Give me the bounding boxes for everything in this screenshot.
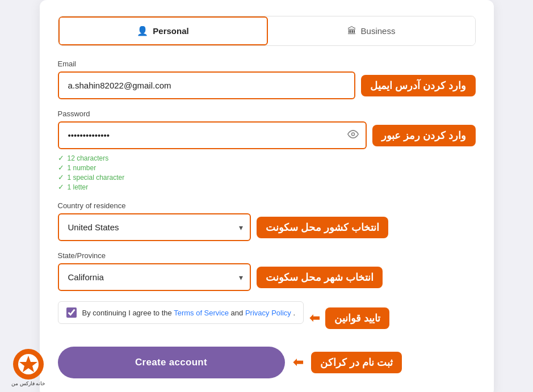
terms-label: By continuing I agree to the Terms of Se… (82, 309, 296, 317)
req-12-chars: ✓ 12 characters (58, 154, 476, 162)
tab-business-label: Business (361, 26, 396, 36)
terms-prefix: By continuing I agree to the (82, 309, 174, 317)
svg-point-1 (352, 133, 355, 136)
account-type-tabs: 👤 Personal 🏛 Business (58, 16, 476, 46)
terms-of-service-link[interactable]: Terms of Service (174, 309, 229, 317)
country-annotation: انتخاب کشور محل سکونت (257, 217, 388, 238)
terms-middle: and (231, 309, 245, 317)
email-annotation: وارد کردن آدرس ایمیل (361, 75, 475, 96)
terms-checkbox[interactable] (66, 307, 77, 318)
email-input-wrapper (58, 71, 356, 99)
req-1-number-label: 1 number (68, 164, 96, 172)
password-annotation: وارد کردن رمز عبور (372, 125, 475, 146)
country-row: United States Canada United Kingdom Germ… (58, 213, 476, 241)
business-icon: 🏛 (347, 26, 356, 36)
req-1-letter-label: 1 letter (68, 183, 89, 191)
person-icon: 👤 (137, 26, 148, 36)
password-row: وارد کردن رمز عبور (58, 121, 476, 149)
req-1-number: ✓ 1 number (58, 163, 476, 172)
create-account-row: Create account ⬅ ثبت نام در کراکن (58, 347, 476, 378)
checkbox-arrow-icon: ⬅ (309, 311, 320, 326)
password-group: Password وارد کردن رمز عبور ✓ 12 charact… (58, 109, 476, 191)
logo-circle (13, 349, 44, 380)
state-label: State/Province (58, 251, 476, 260)
create-account-annotation: ثبت نام در کراکن (311, 352, 402, 373)
state-select[interactable]: California New York Texas Florida (58, 263, 251, 291)
country-label: Country of residence (58, 201, 476, 210)
tab-personal[interactable]: 👤 Personal (58, 16, 268, 45)
state-group: State/Province California New York Texas… (58, 251, 476, 291)
req-1-letter: ✓ 1 letter (58, 183, 476, 191)
email-group: Email وارد کردن آدرس ایمیل (58, 60, 476, 99)
email-row: وارد کردن آدرس ایمیل (58, 71, 476, 99)
req-special-char-label: 1 special character (68, 174, 125, 182)
password-requirements: ✓ 12 characters ✓ 1 number ✓ 1 special c… (58, 154, 476, 191)
state-select-wrapper: California New York Texas Florida ▾ (58, 263, 251, 291)
tab-personal-label: Personal (153, 26, 188, 36)
email-input[interactable] (58, 71, 356, 99)
show-password-button[interactable] (347, 128, 359, 142)
privacy-policy-link[interactable]: Privacy Policy (245, 309, 291, 317)
state-row: California New York Texas Florida ▾ انتخ… (58, 263, 476, 291)
logo-text: خانه فارکس من (11, 381, 45, 386)
checkbox-annotation: تایید قوانین (325, 307, 389, 329)
country-select-wrapper: United States Canada United Kingdom Germ… (58, 213, 251, 241)
req-special-char: ✓ 1 special character (58, 173, 476, 182)
bottom-logo: خانه فارکس من (11, 349, 45, 386)
logo-svg (17, 353, 40, 376)
req-12-chars-label: 12 characters (68, 154, 109, 162)
country-group: Country of residence United States Canad… (58, 201, 476, 241)
password-input-wrapper (58, 121, 367, 149)
registration-form: 👤 Personal 🏛 Business Email وارد کردن آد… (40, 0, 494, 392)
password-label: Password (58, 109, 476, 118)
country-select[interactable]: United States Canada United Kingdom Germ… (58, 213, 251, 241)
create-account-button[interactable]: Create account (58, 347, 285, 378)
password-input[interactable] (58, 121, 367, 149)
tab-business[interactable]: 🏛 Business (268, 16, 475, 45)
terms-suffix: . (293, 309, 295, 317)
email-label: Email (58, 60, 476, 68)
create-btn-arrow-icon: ⬅ (293, 355, 303, 370)
state-annotation: انتخاب شهر محل سکونت (257, 267, 383, 288)
terms-checkbox-row: By continuing I agree to the Terms of Se… (58, 301, 304, 324)
